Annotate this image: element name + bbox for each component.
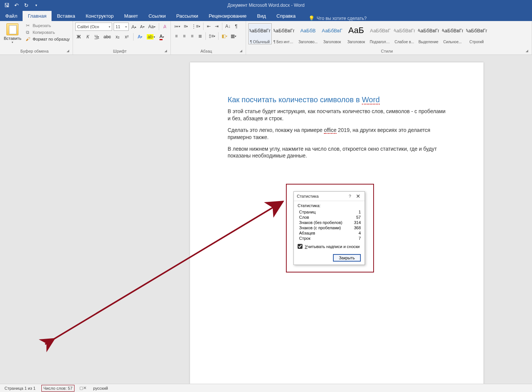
separator [133, 33, 134, 41]
brush-icon: 🖌 [25, 36, 30, 42]
textboxes-label: Учитывать надписи и сноски [305, 244, 360, 249]
status-bar: Страница 1 из 1 Число слов: 57 ▢✕ русски… [0, 384, 532, 392]
format-painter-button[interactable]: 🖌Формат по образцу [24, 36, 71, 42]
doc-heading[interactable]: Как посчитать количество символов в Word [228, 95, 446, 104]
close-button[interactable]: Закрыть [333, 254, 361, 262]
redo-icon[interactable]: ↻ [23, 2, 29, 8]
cut-button[interactable]: ✂Вырезать [24, 23, 71, 29]
dialog-titlebar[interactable]: Статистика ? ✕ [294, 192, 365, 201]
superscript-button[interactable]: x² [123, 33, 130, 41]
bullets-button[interactable]: ≔▾ [173, 23, 181, 30]
style-item-3[interactable]: АаБбВвГЗаголовок [321, 23, 344, 44]
status-page[interactable]: Страница 1 из 1 [3, 385, 37, 392]
align-center-button[interactable]: ≡ [181, 32, 188, 40]
group-font: Calibri (Осн▾ 11▾ A▴ A▾ Aa▾ A̷ Ж К Ч▾ ab… [73, 21, 170, 54]
clipboard-launcher-icon[interactable]: ◢ [67, 49, 70, 53]
styles-launcher-icon[interactable]: ◢ [526, 49, 529, 53]
doc-p2[interactable]: Сделать это легко, покажу на примере off… [228, 127, 446, 141]
tell-me[interactable]: 💡 Что вы хотите сделать? [301, 15, 367, 21]
align-left-button[interactable]: ≡ [173, 32, 180, 40]
window-title: Документ Microsoft Word.docx - Word [228, 3, 305, 8]
document-canvas[interactable]: Как посчитать количество символов в Word… [0, 55, 532, 384]
stat-row-5: Строк7 [298, 236, 361, 241]
shading-button[interactable]: ◧▾ [220, 32, 228, 40]
style-item-6[interactable]: АаБбВвГгСлабое в... [393, 23, 416, 44]
paste-icon [6, 23, 18, 35]
tab-mailings[interactable]: Рассылки [171, 11, 203, 21]
separator [222, 23, 222, 30]
group-styles: АаБбВвГг,¶ ОбычныйАаБбВвГг,¶ Без инте...… [246, 21, 532, 54]
font-color-button[interactable]: A▾ [158, 33, 166, 41]
stat-row-4: Абзацев4 [298, 230, 361, 236]
save-icon[interactable]: 🖫 [4, 2, 10, 8]
change-case-button[interactable]: Aa▾ [147, 23, 157, 30]
outdent-button[interactable]: ⇤ [205, 23, 212, 30]
style-item-7[interactable]: АаБбВвГгВыделение [417, 23, 440, 44]
scissors-icon: ✂ [25, 23, 30, 28]
italic-button[interactable]: К [84, 33, 91, 41]
copy-button[interactable]: ⧉Копировать [24, 29, 71, 35]
textboxes-checkbox[interactable] [298, 244, 302, 249]
separator [218, 32, 219, 40]
style-item-4[interactable]: АаБЗаголовок [345, 23, 368, 44]
title-bar: 🖫 ↶ ↻ ▾ Документ Microsoft Word.docx - W… [0, 0, 532, 11]
tab-view[interactable]: Вид [252, 11, 271, 21]
doc-p1[interactable]: В этой статье будет инструкция, как посч… [228, 108, 446, 122]
tab-design[interactable]: Конструктор [81, 11, 119, 21]
style-item-1[interactable]: АаБбВвГг,¶ Без инте... [272, 23, 296, 44]
grow-font-button[interactable]: A▴ [130, 23, 137, 30]
status-proofing[interactable]: ▢✕ [79, 385, 87, 392]
book-icon: ▢✕ [81, 386, 86, 391]
help-icon[interactable]: ? [346, 194, 354, 198]
separator [159, 23, 159, 30]
style-item-2[interactable]: АаБбВЗаголово... [296, 23, 320, 44]
status-word-count[interactable]: Число слов: 57 [41, 385, 74, 392]
tab-file[interactable]: Файл [0, 11, 23, 21]
strike-button[interactable]: abc [102, 33, 112, 41]
group-paragraph-label: Абзац [201, 49, 212, 53]
multilevel-button[interactable]: ⋮≡▾ [190, 23, 201, 30]
sort-button[interactable]: A↓ [224, 23, 232, 30]
tab-insert[interactable]: Вставка [52, 11, 80, 21]
styles-gallery[interactable]: АаБбВвГг,¶ ОбычныйАаБбВвГг,¶ Без инте...… [248, 23, 529, 44]
underline-button[interactable]: Ч▾ [93, 33, 100, 41]
numbering-button[interactable]: ≡▾ [182, 23, 189, 30]
font-name-combo[interactable]: Calibri (Осн▾ [75, 23, 112, 31]
undo-icon[interactable]: ↶ [14, 2, 20, 8]
clear-formatting-button[interactable]: A̷ [161, 23, 168, 30]
group-paragraph: ≔▾ ≡▾ ⋮≡▾ ⇤ ⇥ A↓ ¶ ≡ ≡ ≡ ≣ ‡≡▾ ◧▾ ▦▾ [171, 21, 246, 54]
tab-references[interactable]: Ссылки [143, 11, 171, 21]
group-font-label: Шрифт [113, 49, 126, 53]
subscript-button[interactable]: x₂ [114, 33, 121, 41]
qat-customize-icon[interactable]: ▾ [33, 2, 39, 8]
style-item-9[interactable]: АаБбВвГг,Строгий [465, 23, 488, 44]
align-right-button[interactable]: ≡ [189, 32, 196, 40]
ribbon: Вставить ▾ ✂Вырезать ⧉Копировать 🖌Формат… [0, 21, 532, 55]
tab-review[interactable]: Рецензирование [204, 11, 252, 21]
indent-button[interactable]: ⇥ [213, 23, 220, 30]
borders-button[interactable]: ▦▾ [230, 32, 237, 40]
justify-button[interactable]: ≣ [197, 32, 204, 40]
close-icon[interactable]: ✕ [354, 193, 362, 199]
show-marks-button[interactable]: ¶ [233, 23, 240, 30]
bold-button[interactable]: Ж [75, 33, 82, 41]
tab-layout[interactable]: Макет [119, 11, 143, 21]
shrink-font-button[interactable]: A▾ [139, 23, 146, 30]
style-item-5[interactable]: АаБбВвГПодзаголо... [369, 23, 392, 44]
tell-me-label: Что вы хотите сделать? [317, 16, 367, 21]
paste-button[interactable]: Вставить ▾ [2, 23, 23, 48]
tab-help[interactable]: Справка [271, 11, 301, 21]
statistics-dialog: Статистика ? ✕ Статистика: Страниц1Слов5… [293, 191, 365, 265]
style-item-0[interactable]: АаБбВвГг,¶ Обычный [248, 23, 272, 44]
line-spacing-button[interactable]: ‡≡▾ [208, 32, 217, 40]
font-launcher-icon[interactable]: ◢ [164, 49, 168, 53]
doc-p3[interactable]: В левом нижнем углу, нажмите на число сл… [228, 145, 446, 160]
text-effects-button[interactable]: A▾ [137, 33, 144, 41]
dialog-title: Статистика [297, 194, 346, 198]
status-language[interactable]: русский [92, 385, 109, 392]
style-item-8[interactable]: АаБбВвГгСильное... [441, 23, 464, 44]
tab-home[interactable]: Главная [23, 11, 52, 21]
paragraph-launcher-icon[interactable]: ◢ [240, 49, 243, 53]
font-size-combo[interactable]: 11▾ [114, 23, 129, 31]
highlight-button[interactable]: ab▾ [146, 33, 156, 41]
